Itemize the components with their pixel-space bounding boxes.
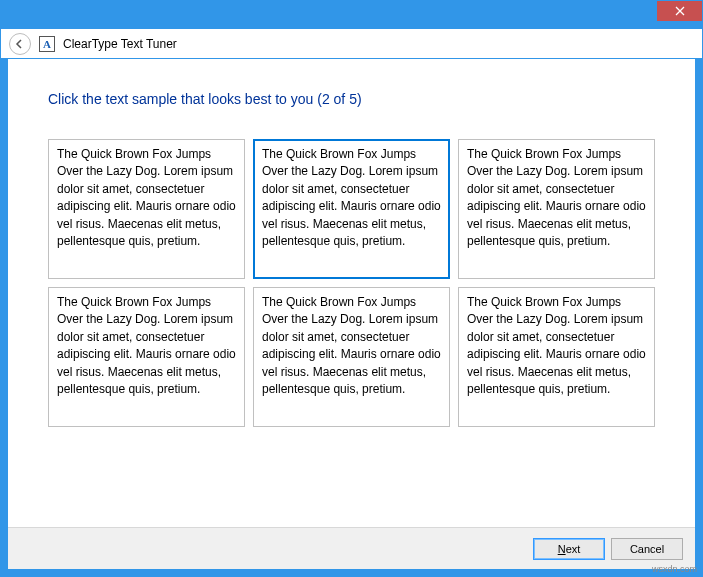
text-sample-6[interactable]: The Quick Brown Fox Jumps Over the Lazy … xyxy=(458,287,655,427)
text-sample-4[interactable]: The Quick Brown Fox Jumps Over the Lazy … xyxy=(48,287,245,427)
header-row: A ClearType Text Tuner xyxy=(1,29,702,59)
text-sample-1[interactable]: The Quick Brown Fox Jumps Over the Lazy … xyxy=(48,139,245,279)
app-icon: A xyxy=(39,36,55,52)
back-button[interactable] xyxy=(9,33,31,55)
text-sample-2[interactable]: The Quick Brown Fox Jumps Over the Lazy … xyxy=(253,139,450,279)
text-sample-5[interactable]: The Quick Brown Fox Jumps Over the Lazy … xyxy=(253,287,450,427)
footer-bar: Next Cancel xyxy=(8,527,695,569)
instruction-text: Click the text sample that looks best to… xyxy=(8,59,695,107)
content-area: Click the text sample that looks best to… xyxy=(8,59,695,569)
close-icon xyxy=(675,6,685,16)
samples-grid: The Quick Brown Fox Jumps Over the Lazy … xyxy=(8,107,695,427)
back-arrow-icon xyxy=(14,38,26,50)
text-sample-3[interactable]: The Quick Brown Fox Jumps Over the Lazy … xyxy=(458,139,655,279)
next-button[interactable]: Next xyxy=(533,538,605,560)
cancel-button[interactable]: Cancel xyxy=(611,538,683,560)
window-title: ClearType Text Tuner xyxy=(63,37,177,51)
titlebar xyxy=(1,1,702,29)
close-button[interactable] xyxy=(657,1,702,21)
cleartype-window: A ClearType Text Tuner Click the text sa… xyxy=(0,0,703,577)
